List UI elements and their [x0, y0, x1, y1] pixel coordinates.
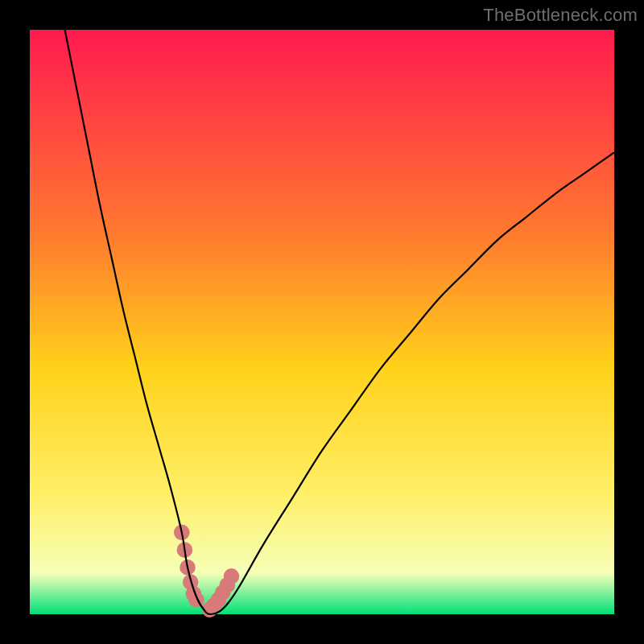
- chart-frame: TheBottleneck.com: [0, 0, 644, 644]
- watermark-text: TheBottleneck.com: [483, 5, 638, 26]
- plot-area: [30, 30, 614, 614]
- bottleneck-curve: [65, 30, 614, 614]
- curve-layer: [30, 30, 614, 614]
- marker-dot: [224, 568, 240, 584]
- marker-dot: [188, 592, 204, 608]
